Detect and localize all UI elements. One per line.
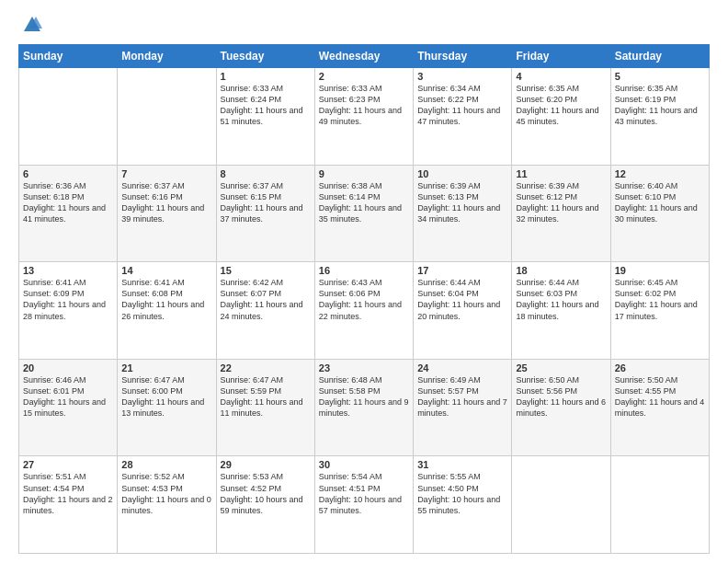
calendar-cell: 17Sunrise: 6:44 AM Sunset: 6:04 PM Dayli… (414, 262, 512, 360)
calendar-cell: 18Sunrise: 6:44 AM Sunset: 6:03 PM Dayli… (512, 262, 610, 360)
calendar-cell: 8Sunrise: 6:37 AM Sunset: 6:15 PM Daylig… (216, 165, 314, 262)
calendar-week-1: 1Sunrise: 6:33 AM Sunset: 6:24 PM Daylig… (19, 68, 710, 166)
day-info: Sunrise: 6:49 AM Sunset: 5:57 PM Dayligh… (417, 374, 507, 419)
day-number: 18 (516, 265, 606, 276)
day-number: 14 (121, 265, 211, 276)
calendar-cell: 19Sunrise: 6:45 AM Sunset: 6:02 PM Dayli… (610, 262, 709, 360)
day-number: 26 (615, 362, 705, 373)
calendar-cell: 12Sunrise: 6:40 AM Sunset: 6:10 PM Dayli… (610, 165, 709, 262)
calendar-cell: 26Sunrise: 5:50 AM Sunset: 4:55 PM Dayli… (610, 359, 709, 456)
calendar-cell: 10Sunrise: 6:39 AM Sunset: 6:13 PM Dayli… (414, 165, 512, 262)
calendar-cell: 20Sunrise: 6:46 AM Sunset: 6:01 PM Dayli… (19, 359, 118, 456)
calendar-header-monday: Monday (118, 45, 216, 68)
day-info: Sunrise: 6:43 AM Sunset: 6:06 PM Dayligh… (319, 277, 409, 322)
calendar-week-4: 20Sunrise: 6:46 AM Sunset: 6:01 PM Dayli… (19, 359, 710, 456)
day-number: 22 (221, 362, 311, 373)
calendar-cell: 31Sunrise: 5:55 AM Sunset: 4:50 PM Dayli… (414, 456, 512, 554)
day-number: 12 (615, 168, 705, 179)
calendar-cell: 16Sunrise: 6:43 AM Sunset: 6:06 PM Dayli… (314, 262, 413, 360)
day-info: Sunrise: 6:36 AM Sunset: 6:18 PM Dayligh… (23, 180, 113, 225)
day-number: 6 (23, 168, 113, 179)
calendar-cell: 11Sunrise: 6:39 AM Sunset: 6:12 PM Dayli… (512, 165, 610, 262)
day-number: 15 (221, 265, 311, 276)
calendar-cell: 15Sunrise: 6:42 AM Sunset: 6:07 PM Dayli… (216, 262, 314, 360)
calendar-cell: 30Sunrise: 5:54 AM Sunset: 4:51 PM Dayli… (314, 456, 413, 554)
day-number: 29 (221, 459, 311, 470)
calendar-cell: 28Sunrise: 5:52 AM Sunset: 4:53 PM Dayli… (118, 456, 216, 554)
calendar-cell: 21Sunrise: 6:47 AM Sunset: 6:00 PM Dayli… (118, 359, 216, 456)
day-number: 11 (516, 168, 606, 179)
day-info: Sunrise: 6:39 AM Sunset: 6:13 PM Dayligh… (417, 180, 507, 225)
day-number: 16 (319, 265, 409, 276)
day-number: 3 (417, 71, 507, 82)
calendar-week-5: 27Sunrise: 5:51 AM Sunset: 4:54 PM Dayli… (19, 456, 710, 554)
day-number: 28 (121, 459, 211, 470)
calendar-cell: 29Sunrise: 5:53 AM Sunset: 4:52 PM Dayli… (216, 456, 314, 554)
day-number: 9 (319, 168, 409, 179)
calendar-cell: 6Sunrise: 6:36 AM Sunset: 6:18 PM Daylig… (19, 165, 118, 262)
calendar-table: SundayMondayTuesdayWednesdayThursdayFrid… (18, 44, 710, 554)
day-info: Sunrise: 5:50 AM Sunset: 4:55 PM Dayligh… (615, 374, 705, 419)
calendar-cell: 14Sunrise: 6:41 AM Sunset: 6:08 PM Dayli… (118, 262, 216, 360)
day-info: Sunrise: 5:52 AM Sunset: 4:53 PM Dayligh… (121, 471, 211, 516)
day-info: Sunrise: 6:33 AM Sunset: 6:23 PM Dayligh… (319, 83, 409, 128)
day-number: 2 (319, 71, 409, 82)
calendar-cell (19, 68, 118, 166)
day-info: Sunrise: 6:45 AM Sunset: 6:02 PM Dayligh… (615, 277, 705, 322)
day-info: Sunrise: 6:33 AM Sunset: 6:24 PM Dayligh… (221, 83, 311, 128)
day-info: Sunrise: 6:35 AM Sunset: 6:19 PM Dayligh… (615, 83, 705, 128)
day-info: Sunrise: 6:44 AM Sunset: 6:04 PM Dayligh… (417, 277, 507, 322)
calendar-header-row: SundayMondayTuesdayWednesdayThursdayFrid… (19, 45, 710, 68)
calendar-cell (610, 456, 709, 554)
calendar-cell: 25Sunrise: 6:50 AM Sunset: 5:56 PM Dayli… (512, 359, 610, 456)
calendar-header-wednesday: Wednesday (314, 45, 413, 68)
day-info: Sunrise: 6:48 AM Sunset: 5:58 PM Dayligh… (319, 374, 409, 419)
calendar-cell: 2Sunrise: 6:33 AM Sunset: 6:23 PM Daylig… (314, 68, 413, 166)
day-number: 25 (516, 362, 606, 373)
calendar-cell: 23Sunrise: 6:48 AM Sunset: 5:58 PM Dayli… (314, 359, 413, 456)
day-number: 24 (417, 362, 507, 373)
day-number: 21 (121, 362, 211, 373)
day-number: 13 (23, 265, 113, 276)
day-number: 19 (615, 265, 705, 276)
calendar-header-friday: Friday (512, 45, 610, 68)
day-number: 17 (417, 265, 507, 276)
calendar-cell: 5Sunrise: 6:35 AM Sunset: 6:19 PM Daylig… (610, 68, 709, 166)
day-info: Sunrise: 5:53 AM Sunset: 4:52 PM Dayligh… (221, 471, 311, 516)
calendar-cell: 4Sunrise: 6:35 AM Sunset: 6:20 PM Daylig… (512, 68, 610, 166)
calendar-week-3: 13Sunrise: 6:41 AM Sunset: 6:09 PM Dayli… (19, 262, 710, 360)
header (18, 15, 710, 35)
calendar-cell: 13Sunrise: 6:41 AM Sunset: 6:09 PM Dayli… (19, 262, 118, 360)
day-info: Sunrise: 6:34 AM Sunset: 6:22 PM Dayligh… (417, 83, 507, 128)
day-info: Sunrise: 5:55 AM Sunset: 4:50 PM Dayligh… (417, 471, 507, 516)
day-number: 1 (221, 71, 311, 82)
day-info: Sunrise: 6:37 AM Sunset: 6:15 PM Dayligh… (221, 180, 311, 225)
day-info: Sunrise: 6:39 AM Sunset: 6:12 PM Dayligh… (516, 180, 606, 225)
day-info: Sunrise: 6:41 AM Sunset: 6:09 PM Dayligh… (23, 277, 113, 322)
day-info: Sunrise: 6:41 AM Sunset: 6:08 PM Dayligh… (121, 277, 211, 322)
calendar-cell: 22Sunrise: 6:47 AM Sunset: 5:59 PM Dayli… (216, 359, 314, 456)
day-number: 27 (23, 459, 113, 470)
day-number: 8 (221, 168, 311, 179)
page: SundayMondayTuesdayWednesdayThursdayFrid… (0, 0, 728, 563)
day-number: 10 (417, 168, 507, 179)
calendar-header-tuesday: Tuesday (216, 45, 314, 68)
day-info: Sunrise: 6:50 AM Sunset: 5:56 PM Dayligh… (516, 374, 606, 419)
day-number: 4 (516, 71, 606, 82)
day-number: 20 (23, 362, 113, 373)
day-info: Sunrise: 6:40 AM Sunset: 6:10 PM Dayligh… (615, 180, 705, 225)
calendar-header-saturday: Saturday (610, 45, 709, 68)
calendar-cell (512, 456, 610, 554)
day-number: 31 (417, 459, 507, 470)
logo (18, 15, 42, 35)
day-info: Sunrise: 6:37 AM Sunset: 6:16 PM Dayligh… (121, 180, 211, 225)
day-info: Sunrise: 6:42 AM Sunset: 6:07 PM Dayligh… (221, 277, 311, 322)
day-info: Sunrise: 6:44 AM Sunset: 6:03 PM Dayligh… (516, 277, 606, 322)
calendar-cell (118, 68, 216, 166)
day-number: 5 (615, 71, 705, 82)
day-info: Sunrise: 6:46 AM Sunset: 6:01 PM Dayligh… (23, 374, 113, 419)
day-info: Sunrise: 6:38 AM Sunset: 6:14 PM Dayligh… (319, 180, 409, 225)
day-info: Sunrise: 5:51 AM Sunset: 4:54 PM Dayligh… (23, 471, 113, 516)
calendar-cell: 27Sunrise: 5:51 AM Sunset: 4:54 PM Dayli… (19, 456, 118, 554)
calendar-week-2: 6Sunrise: 6:36 AM Sunset: 6:18 PM Daylig… (19, 165, 710, 262)
